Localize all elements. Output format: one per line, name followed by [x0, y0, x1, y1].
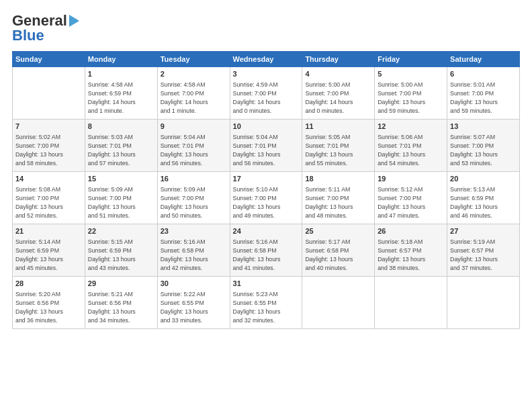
- day-number: 14: [15, 174, 82, 184]
- day-number: 2: [161, 69, 227, 79]
- day-number: 26: [378, 226, 444, 236]
- day-header-saturday: Saturday: [447, 52, 520, 67]
- calendar-cell: 5Sunrise: 5:00 AM Sunset: 7:00 PM Daylig…: [375, 67, 447, 120]
- day-number: 21: [15, 226, 82, 236]
- calendar-cell: 22Sunrise: 5:15 AM Sunset: 6:59 PM Dayli…: [85, 224, 157, 277]
- calendar-cell: 1Sunrise: 4:58 AM Sunset: 6:59 PM Daylig…: [85, 67, 157, 120]
- calendar-cell: 2Sunrise: 4:58 AM Sunset: 7:00 PM Daylig…: [157, 67, 230, 120]
- day-info: Sunrise: 4:59 AM Sunset: 7:00 PM Dayligh…: [233, 81, 300, 115]
- day-number: 7: [15, 122, 82, 132]
- day-header-tuesday: Tuesday: [157, 52, 230, 67]
- day-info: Sunrise: 5:15 AM Sunset: 6:59 PM Dayligh…: [88, 238, 154, 272]
- day-number: 17: [233, 174, 300, 184]
- day-info: Sunrise: 5:11 AM Sunset: 7:00 PM Dayligh…: [305, 185, 371, 220]
- day-number: 3: [233, 69, 300, 79]
- calendar-cell: 13Sunrise: 5:07 AM Sunset: 7:00 PM Dayli…: [447, 120, 520, 172]
- day-number: 6: [450, 69, 517, 79]
- day-info: Sunrise: 5:19 AM Sunset: 6:57 PM Dayligh…: [450, 238, 517, 272]
- day-info: Sunrise: 5:23 AM Sunset: 6:55 PM Dayligh…: [233, 290, 300, 324]
- calendar-cell: 15Sunrise: 5:09 AM Sunset: 7:00 PM Dayli…: [85, 172, 157, 224]
- calendar-cell: 8Sunrise: 5:03 AM Sunset: 7:01 PM Daylig…: [85, 120, 157, 172]
- day-number: 27: [450, 226, 517, 236]
- day-info: Sunrise: 5:07 AM Sunset: 7:00 PM Dayligh…: [450, 133, 517, 167]
- calendar-cell: 31Sunrise: 5:23 AM Sunset: 6:55 PM Dayli…: [230, 277, 302, 329]
- day-info: Sunrise: 5:09 AM Sunset: 7:00 PM Dayligh…: [161, 185, 227, 220]
- day-header-sunday: Sunday: [13, 52, 85, 67]
- day-number: 31: [233, 279, 300, 289]
- day-info: Sunrise: 5:08 AM Sunset: 7:00 PM Dayligh…: [15, 185, 82, 220]
- calendar-cell: [302, 277, 375, 329]
- day-info: Sunrise: 5:01 AM Sunset: 7:00 PM Dayligh…: [450, 81, 517, 115]
- calendar-cell: 6Sunrise: 5:01 AM Sunset: 7:00 PM Daylig…: [447, 67, 520, 120]
- day-number: 22: [88, 226, 154, 236]
- calendar-cell: 24Sunrise: 5:16 AM Sunset: 6:58 PM Dayli…: [230, 224, 302, 277]
- day-number: 20: [450, 174, 517, 184]
- day-info: Sunrise: 5:16 AM Sunset: 6:58 PM Dayligh…: [233, 238, 300, 272]
- day-info: Sunrise: 5:10 AM Sunset: 7:00 PM Dayligh…: [233, 185, 300, 220]
- calendar-cell: 17Sunrise: 5:10 AM Sunset: 7:00 PM Dayli…: [230, 172, 302, 224]
- day-number: 5: [378, 69, 444, 79]
- day-info: Sunrise: 4:58 AM Sunset: 6:59 PM Dayligh…: [88, 81, 154, 115]
- day-info: Sunrise: 5:00 AM Sunset: 7:00 PM Dayligh…: [378, 81, 444, 115]
- day-info: Sunrise: 5:12 AM Sunset: 7:00 PM Dayligh…: [378, 185, 444, 220]
- day-header-thursday: Thursday: [302, 52, 375, 67]
- day-header-monday: Monday: [85, 52, 157, 67]
- calendar-cell: [13, 67, 85, 120]
- day-number: 16: [161, 174, 227, 184]
- calendar-cell: 29Sunrise: 5:21 AM Sunset: 6:56 PM Dayli…: [85, 277, 157, 329]
- day-info: Sunrise: 5:09 AM Sunset: 7:00 PM Dayligh…: [88, 185, 154, 220]
- day-number: 11: [305, 122, 371, 132]
- calendar-cell: 28Sunrise: 5:20 AM Sunset: 6:56 PM Dayli…: [13, 277, 85, 329]
- calendar-cell: 23Sunrise: 5:16 AM Sunset: 6:58 PM Dayli…: [157, 224, 230, 277]
- day-info: Sunrise: 5:13 AM Sunset: 6:59 PM Dayligh…: [450, 185, 517, 220]
- calendar-cell: 27Sunrise: 5:19 AM Sunset: 6:57 PM Dayli…: [447, 224, 520, 277]
- week-row-3: 14Sunrise: 5:08 AM Sunset: 7:00 PM Dayli…: [13, 172, 520, 224]
- day-number: 19: [378, 174, 444, 184]
- calendar-cell: 7Sunrise: 5:02 AM Sunset: 7:00 PM Daylig…: [13, 120, 85, 172]
- day-number: 28: [15, 279, 82, 289]
- day-number: 12: [378, 122, 444, 132]
- day-number: 13: [450, 122, 517, 132]
- calendar-cell: 16Sunrise: 5:09 AM Sunset: 7:00 PM Dayli…: [157, 172, 230, 224]
- day-info: Sunrise: 5:22 AM Sunset: 6:55 PM Dayligh…: [161, 290, 227, 324]
- week-row-5: 28Sunrise: 5:20 AM Sunset: 6:56 PM Dayli…: [13, 277, 520, 329]
- page: General Blue SundayMondayTuesdayWednesda…: [0, 0, 532, 336]
- week-row-2: 7Sunrise: 5:02 AM Sunset: 7:00 PM Daylig…: [13, 120, 520, 172]
- logo-blue: Blue: [12, 27, 44, 44]
- day-info: Sunrise: 5:17 AM Sunset: 6:58 PM Dayligh…: [305, 238, 371, 272]
- day-number: 8: [88, 122, 154, 132]
- day-number: 4: [305, 69, 371, 79]
- calendar-cell: 12Sunrise: 5:06 AM Sunset: 7:01 PM Dayli…: [375, 120, 447, 172]
- calendar-table: SundayMondayTuesdayWednesdayThursdayFrid…: [12, 51, 520, 329]
- day-info: Sunrise: 5:03 AM Sunset: 7:01 PM Dayligh…: [88, 133, 154, 167]
- logo: General Blue: [12, 12, 79, 44]
- calendar-cell: 25Sunrise: 5:17 AM Sunset: 6:58 PM Dayli…: [302, 224, 375, 277]
- day-number: 24: [233, 226, 300, 236]
- day-number: 9: [161, 122, 227, 132]
- header: General Blue: [12, 12, 520, 44]
- day-info: Sunrise: 5:00 AM Sunset: 7:00 PM Dayligh…: [305, 81, 371, 115]
- day-info: Sunrise: 5:04 AM Sunset: 7:01 PM Dayligh…: [161, 133, 227, 167]
- day-info: Sunrise: 5:16 AM Sunset: 6:58 PM Dayligh…: [161, 238, 227, 272]
- day-info: Sunrise: 5:14 AM Sunset: 6:59 PM Dayligh…: [15, 238, 82, 272]
- calendar-cell: 4Sunrise: 5:00 AM Sunset: 7:00 PM Daylig…: [302, 67, 375, 120]
- day-info: Sunrise: 5:18 AM Sunset: 6:57 PM Dayligh…: [378, 238, 444, 272]
- day-info: Sunrise: 4:58 AM Sunset: 7:00 PM Dayligh…: [161, 81, 227, 115]
- calendar-cell: 26Sunrise: 5:18 AM Sunset: 6:57 PM Dayli…: [375, 224, 447, 277]
- day-info: Sunrise: 5:05 AM Sunset: 7:01 PM Dayligh…: [305, 133, 371, 167]
- week-row-1: 1Sunrise: 4:58 AM Sunset: 6:59 PM Daylig…: [13, 67, 520, 120]
- calendar-cell: [375, 277, 447, 329]
- day-header-wednesday: Wednesday: [230, 52, 302, 67]
- day-info: Sunrise: 5:20 AM Sunset: 6:56 PM Dayligh…: [15, 290, 82, 324]
- calendar-cell: 9Sunrise: 5:04 AM Sunset: 7:01 PM Daylig…: [157, 120, 230, 172]
- day-number: 30: [161, 279, 227, 289]
- day-info: Sunrise: 5:06 AM Sunset: 7:01 PM Dayligh…: [378, 133, 444, 167]
- calendar-cell: 30Sunrise: 5:22 AM Sunset: 6:55 PM Dayli…: [157, 277, 230, 329]
- calendar-cell: [447, 277, 520, 329]
- day-number: 23: [161, 226, 227, 236]
- day-info: Sunrise: 5:04 AM Sunset: 7:01 PM Dayligh…: [233, 133, 300, 167]
- calendar-cell: 14Sunrise: 5:08 AM Sunset: 7:00 PM Dayli…: [13, 172, 85, 224]
- day-number: 18: [305, 174, 371, 184]
- logo-arrow-icon: [69, 15, 79, 27]
- day-number: 10: [233, 122, 300, 132]
